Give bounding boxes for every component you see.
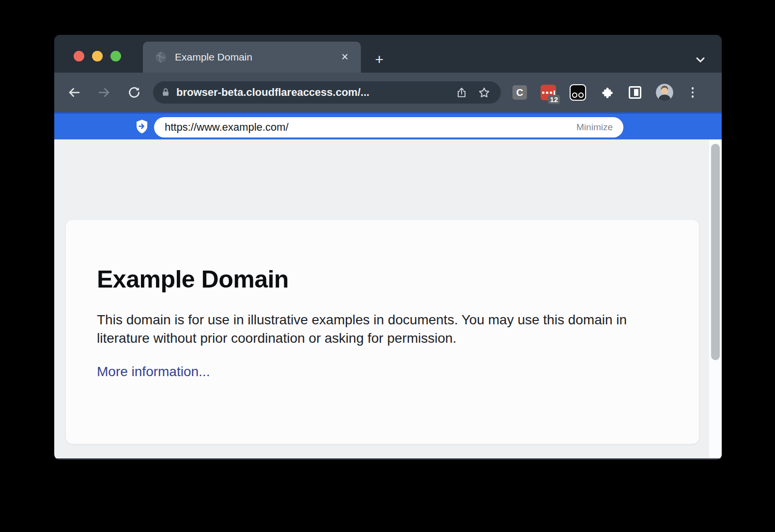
address-bar-url: browser-beta.cloudflareaccess.com/... <box>176 86 447 99</box>
goggles-extension-icon[interactable] <box>570 84 586 101</box>
page-title: Example Domain <box>97 265 668 293</box>
bookmark-star-icon[interactable] <box>477 85 491 100</box>
tab-close-icon[interactable]: ✕ <box>338 50 352 64</box>
password-manager-icon[interactable]: 12 <box>541 85 556 100</box>
isolated-url-bar[interactable]: https://www.example.com/ Minimize <box>154 117 623 137</box>
toolbar: browser-beta.cloudflareaccess.com/... C … <box>54 73 722 112</box>
close-window-button[interactable] <box>74 51 84 61</box>
browser-window: Example Domain ✕ + <box>54 35 722 460</box>
password-dots-icon <box>541 91 556 95</box>
browser-tab[interactable]: Example Domain ✕ <box>143 42 361 73</box>
minimize-banner-button[interactable]: Minimize <box>576 122 613 133</box>
extension-badge: 12 <box>548 95 560 104</box>
chevron-down-icon[interactable] <box>694 53 707 66</box>
page-paragraph: This domain is for use in illustrative e… <box>97 311 654 348</box>
back-arrow-icon <box>67 85 81 100</box>
extension-c-icon[interactable]: C <box>512 85 527 100</box>
profile-avatar[interactable] <box>656 84 673 101</box>
back-button[interactable] <box>66 84 82 101</box>
browser-menu-icon[interactable] <box>687 87 698 98</box>
share-icon[interactable] <box>454 85 469 100</box>
new-tab-button[interactable]: + <box>372 52 387 67</box>
tab-title: Example Domain <box>175 51 338 63</box>
forward-button[interactable] <box>96 84 112 101</box>
extensions-puzzle-icon[interactable] <box>600 85 614 100</box>
traffic-lights <box>74 51 121 61</box>
reload-icon <box>127 85 141 100</box>
side-panel-icon[interactable] <box>628 85 642 100</box>
zoom-window-button[interactable] <box>110 51 121 61</box>
page-content: Example Domain This domain is for use in… <box>54 139 722 458</box>
extension-cluster: C 12 <box>512 84 698 101</box>
titlebar: Example Domain ✕ + <box>54 35 722 73</box>
more-information-link[interactable]: More information... <box>97 364 210 380</box>
reload-button[interactable] <box>126 84 142 101</box>
scrollbar-track[interactable] <box>709 139 722 458</box>
isolation-banner: https://www.example.com/ Minimize <box>54 112 722 139</box>
globe-favicon-icon <box>155 51 167 63</box>
lock-icon <box>161 87 170 98</box>
minimize-window-button[interactable] <box>92 51 103 61</box>
isolated-url: https://www.example.com/ <box>165 121 576 134</box>
example-domain-card: Example Domain This domain is for use in… <box>66 220 699 444</box>
shield-arrow-icon <box>135 119 149 135</box>
address-bar[interactable]: browser-beta.cloudflareaccess.com/... <box>153 81 501 104</box>
scrollbar-thumb[interactable] <box>711 144 720 360</box>
forward-arrow-icon <box>97 85 111 100</box>
